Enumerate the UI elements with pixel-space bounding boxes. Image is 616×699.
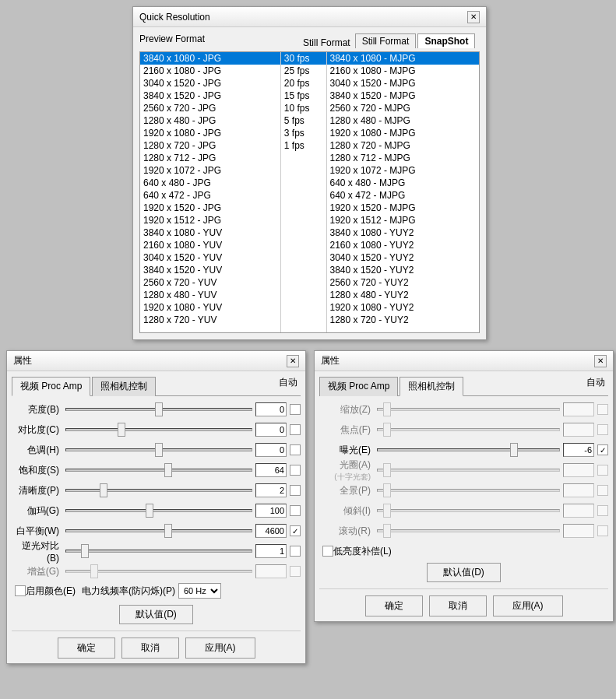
- freq-select[interactable]: 60 Hz 50 Hz: [178, 583, 221, 599]
- cancel-button-right[interactable]: 取消: [429, 595, 487, 616]
- still-list-item[interactable]: 2560 x 720 - YUY2: [327, 276, 479, 289]
- preview-list-item[interactable]: 1280 x 480 - JPG: [140, 114, 280, 127]
- prop-value[interactable]: 1: [255, 544, 287, 558]
- slider-thumb[interactable]: [155, 443, 163, 457]
- prop-value[interactable]: 0: [255, 443, 287, 457]
- still-list-item[interactable]: 2160 x 1080 - MJPG: [327, 65, 479, 77]
- fps-list-item[interactable]: 1 fps: [281, 139, 326, 152]
- still-list-item[interactable]: 1280 x 712 - MJPG: [327, 152, 479, 164]
- prop-value[interactable]: 2: [255, 483, 287, 497]
- fps-list[interactable]: 30 fps25 fps20 fps15 fps10 fps5 fps3 fps…: [281, 52, 327, 332]
- prop-auto-checkbox[interactable]: [290, 444, 301, 455]
- fps-list-item[interactable]: 10 fps: [281, 102, 326, 114]
- slider-track[interactable]: [65, 428, 252, 431]
- slider-track[interactable]: [65, 448, 252, 451]
- preview-list-item[interactable]: 1920 x 1080 - YUV: [140, 301, 280, 314]
- preview-list-item[interactable]: 1920 x 1520 - JPG: [140, 202, 280, 214]
- prop-auto-checkbox[interactable]: [290, 505, 301, 516]
- preview-list-item[interactable]: 1920 x 1072 - JPG: [140, 164, 280, 177]
- close-button-right[interactable]: ✕: [594, 355, 607, 367]
- slider-track[interactable]: [65, 469, 252, 472]
- default-button-right[interactable]: 默认值(D): [427, 563, 501, 582]
- tab-camera-ctrl-left[interactable]: 照相机控制: [92, 377, 156, 396]
- prop-auto-checkbox[interactable]: [290, 525, 301, 536]
- prop-auto-checkbox-right[interactable]: [597, 485, 608, 496]
- slider-thumb[interactable]: [81, 544, 89, 558]
- slider-thumb[interactable]: [155, 402, 163, 416]
- slider-track[interactable]: [65, 408, 252, 411]
- slider-track[interactable]: [65, 529, 252, 532]
- slider-thumb[interactable]: [118, 423, 125, 437]
- still-list-item[interactable]: 3840 x 1520 - MJPG: [327, 90, 479, 102]
- tab-still-format[interactable]: Still Format: [355, 33, 417, 48]
- preview-list-item[interactable]: 640 x 472 - JPG: [140, 189, 280, 202]
- fps-list-item[interactable]: 5 fps: [281, 114, 326, 127]
- preview-list-item[interactable]: 640 x 480 - JPG: [140, 177, 280, 189]
- cancel-button-left[interactable]: 取消: [121, 638, 179, 659]
- close-button[interactable]: ✕: [467, 11, 480, 23]
- preview-list-item[interactable]: 3840 x 1080 - YUV: [140, 227, 280, 239]
- fps-list-item[interactable]: 15 fps: [281, 90, 326, 102]
- still-list-item[interactable]: 1280 x 720 - YUY2: [327, 314, 479, 326]
- still-list-item[interactable]: 3840 x 1520 - YUY2: [327, 264, 479, 276]
- still-list-item[interactable]: 1920 x 1520 - MJPG: [327, 202, 479, 214]
- prop-auto-checkbox[interactable]: [290, 424, 301, 435]
- apply-button-left[interactable]: 应用(A): [185, 638, 255, 659]
- preview-list-item[interactable]: 2160 x 1080 - JPG: [140, 65, 280, 77]
- still-list-item[interactable]: 3040 x 1520 - YUY2: [327, 251, 479, 264]
- preview-list-item[interactable]: 1280 x 480 - YUV: [140, 289, 280, 301]
- tab-snapshot[interactable]: SnapShot: [417, 33, 475, 48]
- low-brightness-checkbox[interactable]: [322, 546, 333, 557]
- prop-value[interactable]: 64: [255, 463, 287, 477]
- still-list-item[interactable]: 1280 x 480 - MJPG: [327, 114, 479, 127]
- fps-list-item[interactable]: 3 fps: [281, 127, 326, 139]
- still-list-item[interactable]: 3840 x 1080 - MJPG: [327, 52, 479, 65]
- still-format-list[interactable]: 3840 x 1080 - MJPG2160 x 1080 - MJPG3040…: [327, 52, 479, 332]
- still-list-item[interactable]: 1280 x 480 - YUY2: [327, 289, 479, 301]
- still-list-item[interactable]: 2160 x 1080 - YUY2: [327, 239, 479, 251]
- prop-value[interactable]: 4600: [255, 524, 287, 538]
- still-list-item[interactable]: 3840 x 1080 - YUY2: [327, 227, 479, 239]
- enable-color-checkbox[interactable]: [15, 585, 26, 596]
- prop-auto-checkbox[interactable]: [290, 546, 301, 557]
- tab-camera-ctrl-right[interactable]: 照相机控制: [400, 377, 463, 396]
- slider-thumb[interactable]: [164, 463, 172, 477]
- prop-auto-checkbox-right[interactable]: [597, 465, 608, 476]
- prop-auto-checkbox-right[interactable]: [597, 525, 608, 536]
- fps-list-item[interactable]: 30 fps: [281, 52, 326, 65]
- still-list-item[interactable]: 640 x 480 - MJPG: [327, 177, 479, 189]
- prop-value-right[interactable]: -6: [563, 443, 594, 457]
- slider-thumb[interactable]: [100, 483, 107, 497]
- preview-list-item[interactable]: 2560 x 720 - YUV: [140, 276, 280, 289]
- still-list-item[interactable]: 2560 x 720 - MJPG: [327, 102, 479, 114]
- still-list-item[interactable]: 1920 x 1072 - MJPG: [327, 164, 479, 177]
- apply-button-right[interactable]: 应用(A): [493, 595, 563, 616]
- slider-track[interactable]: [65, 509, 252, 512]
- prop-auto-checkbox[interactable]: [290, 465, 301, 476]
- preview-list-item[interactable]: 3840 x 1520 - JPG: [140, 90, 280, 102]
- still-list-item[interactable]: 1920 x 1080 - YUY2: [327, 301, 479, 314]
- ok-button-right[interactable]: 确定: [365, 595, 423, 616]
- preview-list-item[interactable]: 2160 x 1080 - YUV: [140, 239, 280, 251]
- prop-auto-checkbox-right[interactable]: [597, 505, 608, 516]
- still-list-item[interactable]: 640 x 472 - MJPG: [327, 189, 479, 202]
- prop-auto-checkbox-right[interactable]: [597, 444, 608, 455]
- still-list-item[interactable]: 3040 x 1520 - MJPG: [327, 77, 479, 90]
- fps-list-item[interactable]: 25 fps: [281, 65, 326, 77]
- prop-auto-checkbox[interactable]: [290, 485, 301, 496]
- preview-list-item[interactable]: 3840 x 1520 - YUV: [140, 264, 280, 276]
- slider-thumb[interactable]: [164, 524, 172, 538]
- prop-auto-checkbox[interactable]: [290, 404, 301, 415]
- prop-auto-checkbox-right[interactable]: [597, 424, 608, 435]
- prop-value[interactable]: 100: [255, 504, 287, 518]
- prop-value[interactable]: 0: [255, 402, 287, 416]
- slider-track-right[interactable]: [377, 448, 560, 451]
- preview-list-item[interactable]: 1280 x 720 - JPG: [140, 139, 280, 152]
- preview-list-item[interactable]: 3840 x 1080 - JPG: [140, 52, 280, 65]
- prop-value[interactable]: 0: [255, 423, 287, 437]
- slider-track[interactable]: [65, 550, 252, 553]
- preview-list-item[interactable]: 1920 x 1512 - JPG: [140, 214, 280, 227]
- preview-list-item[interactable]: 1280 x 720 - YUV: [140, 314, 280, 326]
- close-button-left[interactable]: ✕: [287, 355, 299, 367]
- prop-auto-checkbox[interactable]: [290, 566, 301, 577]
